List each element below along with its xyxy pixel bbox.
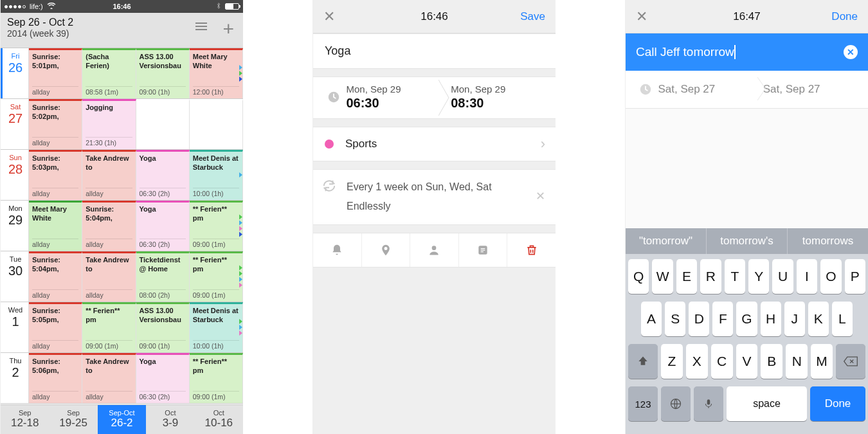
day-row[interactable]: Sat27Sunrise: 5:02pm,alldayJogging21:30 …: [1, 99, 243, 150]
end-datetime[interactable]: Mon, Sep 29 08:30: [451, 84, 556, 111]
key-n[interactable]: N: [786, 344, 808, 379]
attendee-button[interactable]: [410, 233, 459, 267]
quick-input[interactable]: Call Jeff tomorrow ✕: [626, 33, 868, 71]
event-cell[interactable]: Yoga06:30 (2h): [136, 150, 190, 200]
event-cell[interactable]: Meet Mary Whiteallday: [29, 201, 82, 251]
key-g[interactable]: G: [736, 302, 757, 336]
key-w[interactable]: W: [652, 259, 673, 294]
key-f[interactable]: F: [712, 302, 733, 336]
event-cell[interactable]: [190, 99, 243, 149]
done-button[interactable]: Done: [831, 10, 858, 23]
event-cell[interactable]: Sunrise: 5:02pm,allday: [29, 99, 82, 149]
clear-input-icon[interactable]: ✕: [844, 45, 858, 59]
key-t[interactable]: T: [725, 259, 745, 294]
day-label[interactable]: Mon29: [1, 201, 29, 251]
suggestion[interactable]: "tomorrow": [626, 228, 707, 254]
week-tab[interactable]: Sep-Oct26-2: [98, 405, 146, 434]
key-h[interactable]: H: [761, 302, 781, 336]
event-name-field[interactable]: Yoga: [313, 33, 556, 69]
event-cell[interactable]: Sunrise: 5:03pm,allday: [29, 150, 82, 200]
key-l[interactable]: L: [832, 302, 853, 336]
event-cell[interactable]: Meet Denis at Starbuck10:00 (1h): [190, 302, 243, 352]
day-row[interactable]: Thu2Sunrise: 5:06pm,alldayTake Andrew to…: [1, 353, 243, 404]
key-r[interactable]: R: [700, 259, 721, 294]
key-u[interactable]: U: [772, 259, 793, 294]
quick-end-date[interactable]: Sat, Sep 27: [763, 83, 868, 96]
shift-key[interactable]: [628, 344, 658, 379]
event-cell[interactable]: ASS 13.00 Versionsbau09:00 (1h): [136, 48, 190, 98]
key-p[interactable]: P: [845, 259, 865, 294]
event-cell[interactable]: ** Ferien** pm09:00 (1m): [82, 302, 136, 352]
day-row[interactable]: Fri26Sunrise: 5:01pm,allday(Sacha Ferien…: [1, 48, 243, 99]
event-cell[interactable]: ASS 13.00 Versionsbau09:00 (1h): [136, 302, 190, 352]
week-grid[interactable]: Fri26Sunrise: 5:01pm,allday(Sacha Ferien…: [1, 48, 243, 404]
week-tab[interactable]: Oct10-16: [195, 405, 243, 434]
key-j[interactable]: J: [784, 302, 805, 336]
backspace-key[interactable]: [836, 344, 865, 379]
keyboard[interactable]: QWERTYUIOP ASDFGHJKL ZXCVBNM 123 space D…: [626, 254, 868, 434]
day-label[interactable]: Fri26: [1, 48, 29, 98]
key-q[interactable]: Q: [628, 259, 649, 294]
event-cell[interactable]: Take Andrew toallday: [82, 353, 136, 403]
menu-icon[interactable]: [195, 23, 207, 30]
close-icon[interactable]: ✕: [323, 8, 335, 25]
day-label[interactable]: Wed1: [1, 302, 29, 352]
repeat-row[interactable]: Every 1 week on Sun, Wed, Sat Endlessly …: [313, 169, 556, 225]
event-cell[interactable]: Yoga06:30 (2h): [136, 353, 190, 403]
key-y[interactable]: Y: [748, 259, 769, 294]
key-k[interactable]: K: [808, 302, 829, 336]
day-label[interactable]: Sat27: [1, 99, 29, 149]
event-cell[interactable]: Ticketdienst @ Home08:00 (2h): [136, 251, 190, 302]
key-v[interactable]: V: [736, 344, 758, 379]
event-cell[interactable]: Meet Mary White12:00 (1h): [190, 48, 243, 98]
key-b[interactable]: B: [761, 344, 782, 379]
key-d[interactable]: D: [689, 302, 709, 336]
mic-key[interactable]: [694, 386, 723, 421]
week-tabs[interactable]: Sep12-18Sep19-25Sep-Oct26-2Oct3-9Oct10-1…: [1, 404, 243, 434]
event-cell[interactable]: Sunrise: 5:04pm,allday: [82, 201, 136, 251]
day-row[interactable]: Mon29Meet Mary WhitealldaySunrise: 5:04p…: [1, 201, 243, 251]
key-i[interactable]: I: [797, 259, 817, 294]
notes-button[interactable]: [459, 233, 508, 267]
alert-button[interactable]: [313, 233, 362, 267]
event-cell[interactable]: Meet Denis at Starbuck10:00 (1h): [190, 150, 243, 200]
key-c[interactable]: C: [711, 344, 733, 379]
suggestion[interactable]: tomorrows: [788, 228, 868, 254]
day-label[interactable]: Thu2: [1, 353, 29, 403]
event-cell[interactable]: ** Ferien** pm09:00 (1m): [190, 251, 243, 302]
week-tab[interactable]: Sep19-25: [49, 405, 97, 434]
add-icon[interactable]: +: [222, 18, 234, 40]
delete-button[interactable]: [507, 233, 556, 267]
start-datetime[interactable]: Mon, Sep 29 06:30: [346, 84, 451, 111]
day-row[interactable]: Sun28Sunrise: 5:03pm,alldayTake Andrew t…: [1, 150, 243, 201]
event-cell[interactable]: ** Ferien** pm09:00 (1m): [190, 353, 243, 403]
event-cell[interactable]: Jogging21:30 (1h): [82, 99, 136, 149]
event-cell[interactable]: Take Andrew toallday: [82, 251, 136, 302]
space-key[interactable]: space: [727, 386, 807, 421]
week-tab[interactable]: Oct3-9: [146, 405, 194, 434]
event-cell[interactable]: [136, 99, 190, 149]
event-cell[interactable]: ** Ferien** pm09:00 (1m): [190, 201, 243, 251]
clear-repeat-icon[interactable]: ✕: [536, 189, 545, 203]
keyboard-done-key[interactable]: Done: [810, 386, 865, 421]
key-x[interactable]: X: [686, 344, 708, 379]
event-cell[interactable]: Yoga06:30 (2h): [136, 201, 190, 251]
event-cell[interactable]: (Sacha Ferien)08:58 (1m): [82, 48, 136, 98]
key-a[interactable]: A: [641, 302, 662, 336]
event-cell[interactable]: Sunrise: 5:05pm,allday: [29, 302, 82, 352]
event-cell[interactable]: Take Andrew toallday: [82, 150, 136, 200]
quick-dates[interactable]: Sat, Sep 27 Sat, Sep 27: [626, 71, 868, 109]
keyboard-suggestions[interactable]: "tomorrow"tomorrow'stomorrows: [626, 228, 868, 254]
event-cell[interactable]: Sunrise: 5:01pm,allday: [29, 48, 82, 98]
event-cell[interactable]: Sunrise: 5:04pm,allday: [29, 251, 82, 302]
globe-key[interactable]: [661, 386, 691, 421]
day-label[interactable]: Tue30: [1, 251, 29, 302]
key-m[interactable]: M: [811, 344, 833, 379]
save-button[interactable]: Save: [520, 10, 545, 23]
key-s[interactable]: S: [665, 302, 685, 336]
key-o[interactable]: O: [820, 259, 841, 294]
event-cell[interactable]: Sunrise: 5:06pm,allday: [29, 353, 82, 403]
quick-start-date[interactable]: Sat, Sep 27: [658, 83, 763, 96]
location-button[interactable]: [362, 233, 411, 267]
category-row[interactable]: Sports ›: [313, 127, 556, 161]
